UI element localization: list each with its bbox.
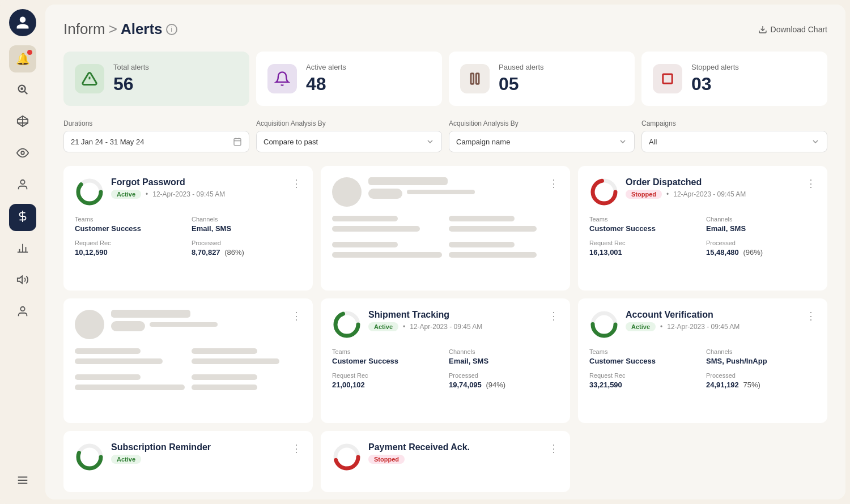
avatar[interactable] bbox=[9, 9, 36, 36]
filter-duration-input[interactable]: 21 Jan 24 - 31 May 24 bbox=[63, 131, 249, 152]
field-req-value: 33,21,590 bbox=[589, 381, 699, 389]
skeleton-circle bbox=[75, 310, 104, 339]
svg-point-2 bbox=[20, 87, 23, 90]
field-teams-label: Teams bbox=[589, 216, 699, 223]
field-teams: Teams Customer Success bbox=[75, 216, 185, 233]
card-title-info: Payment Received Ack. Stopped bbox=[368, 442, 470, 464]
card-title-area: Shipment Tracking Active • 12-Apr-2023 -… bbox=[332, 310, 482, 339]
alert-title: Order Dispatched bbox=[626, 177, 746, 187]
menu-icon bbox=[16, 474, 29, 489]
alert-donut bbox=[332, 442, 362, 472]
field-proc-value: 15,48,480 (96%) bbox=[706, 248, 816, 257]
card-title-area: Account Verification Active • 12-Apr-202… bbox=[589, 310, 740, 339]
svg-rect-25 bbox=[234, 139, 241, 146]
sidebar-item-profile[interactable] bbox=[9, 299, 36, 326]
field-channels-label: Channels bbox=[192, 216, 301, 223]
filter-acquisition2: Acquisition Analysis By Campaign name bbox=[449, 119, 635, 152]
stat-stopped-value: 03 bbox=[691, 74, 739, 95]
more-options-button[interactable]: ⋮ bbox=[549, 310, 559, 322]
filter-acquisition2-input[interactable]: Campaign name bbox=[449, 131, 635, 152]
card-title-info: Subscription Reminder Active bbox=[111, 442, 211, 464]
alert-title: Payment Received Ack. bbox=[368, 442, 470, 452]
field-channels: Channels SMS, Push/InApp bbox=[706, 348, 816, 365]
download-chart-button[interactable]: Download Chart bbox=[758, 25, 827, 34]
profile-icon bbox=[16, 305, 29, 321]
sidebar-item-menu[interactable] bbox=[9, 468, 36, 495]
alert-card-order-dispatched: Order Dispatched Stopped • 12-Apr-2023 -… bbox=[578, 166, 827, 291]
svg-point-8 bbox=[20, 180, 24, 183]
sidebar-item-alerts[interactable]: 🔔 bbox=[9, 45, 36, 72]
stat-paused-label: Paused alerts bbox=[499, 63, 544, 71]
sidebar: 🔔 bbox=[0, 0, 45, 504]
field-processed: Processed 8,70,827 (86%) bbox=[192, 240, 301, 257]
alert-fields: Teams Customer Success Channels Email, S… bbox=[75, 216, 301, 257]
sidebar-item-charts[interactable] bbox=[9, 236, 36, 263]
sk-line bbox=[332, 216, 398, 221]
filter-campaigns-input[interactable]: All bbox=[641, 131, 827, 152]
filter-acquisition1-value: Compare to past bbox=[264, 138, 318, 146]
alert-card-subscription-reminder: Subscription Reminder Active ⋮ bbox=[63, 431, 313, 492]
sk-line bbox=[75, 385, 185, 390]
bell-icon: 🔔 bbox=[16, 52, 30, 66]
dot-separator: • bbox=[666, 190, 669, 198]
more-options-button[interactable]: ⋮ bbox=[806, 310, 816, 322]
status-badge: Active bbox=[368, 322, 398, 331]
field-channels-value: Email, SMS bbox=[192, 224, 301, 233]
sidebar-item-reports[interactable] bbox=[9, 204, 36, 231]
field-req: Request Rec 10,12,590 bbox=[75, 240, 185, 257]
more-options-button[interactable]: ⋮ bbox=[291, 442, 301, 455]
more-options-button[interactable]: ⋮ bbox=[806, 177, 816, 190]
alert-donut bbox=[589, 177, 619, 207]
alert-card-skeleton-1: ⋮ bbox=[321, 166, 570, 291]
alert-meta: Active • 12-Apr-2023 - 09:45 AM bbox=[626, 322, 740, 331]
sidebar-item-search[interactable] bbox=[9, 77, 36, 104]
stat-stopped-info: Stopped alerts 03 bbox=[691, 63, 739, 95]
filter-acquisition1-label: Acquisition Analysis By bbox=[256, 119, 442, 127]
page-title: Alerts bbox=[121, 20, 163, 38]
card-title-area: Forgot Password Active • 12-Apr-2023 - 0… bbox=[75, 177, 225, 207]
alert-donut bbox=[332, 310, 362, 339]
svg-line-1 bbox=[24, 91, 27, 94]
stat-stopped-label: Stopped alerts bbox=[691, 63, 739, 71]
svg-rect-22 bbox=[471, 74, 474, 84]
sk-line bbox=[192, 374, 257, 380]
dot-separator: • bbox=[660, 323, 662, 331]
sidebar-item-nodes[interactable] bbox=[9, 109, 36, 136]
field-channels: Channels Email, SMS bbox=[449, 348, 559, 365]
sidebar-item-monitor[interactable] bbox=[9, 140, 36, 168]
sidebar-item-speaker[interactable] bbox=[9, 267, 36, 294]
card-header: Subscription Reminder Active ⋮ bbox=[75, 442, 301, 472]
alert-date: 12-Apr-2023 - 09:45 AM bbox=[152, 190, 225, 198]
field-req: Request Rec 33,21,590 bbox=[589, 372, 699, 389]
alert-date: 12-Apr-2023 - 09:45 AM bbox=[667, 323, 740, 331]
svg-marker-14 bbox=[18, 276, 22, 283]
field-teams-value: Customer Success bbox=[589, 224, 699, 233]
filter-acquisition1-input[interactable]: Compare to past bbox=[256, 131, 442, 152]
skeleton-badge bbox=[368, 189, 402, 199]
field-proc-value: 24,91,192 75%) bbox=[706, 381, 816, 389]
eye-icon bbox=[16, 147, 29, 162]
stat-paused-value: 05 bbox=[499, 74, 544, 95]
alert-meta: Active bbox=[111, 455, 211, 464]
alert-fields: Teams Customer Success Channels SMS, Pus… bbox=[589, 348, 816, 389]
alert-title: Forgot Password bbox=[111, 177, 225, 187]
more-options-button[interactable]: ⋮ bbox=[291, 177, 301, 190]
alert-meta: Active • 12-Apr-2023 - 09:45 AM bbox=[368, 322, 482, 331]
stat-total-info: Total alerts 56 bbox=[113, 63, 149, 95]
info-icon[interactable]: i bbox=[166, 24, 177, 35]
alert-donut bbox=[589, 310, 619, 339]
active-alert-icon bbox=[267, 64, 297, 93]
skeleton-circle bbox=[332, 177, 362, 207]
more-options-button[interactable]: ⋮ bbox=[549, 442, 559, 455]
field-teams: Teams Customer Success bbox=[589, 348, 699, 365]
field-teams-value: Customer Success bbox=[589, 357, 699, 365]
breadcrumb: Inform > Alerts i bbox=[63, 20, 177, 38]
card-title-area bbox=[75, 310, 218, 339]
field-channels: Channels Email, SMS bbox=[706, 216, 816, 233]
status-badge: Active bbox=[111, 455, 141, 464]
more-options-button[interactable]: ⋮ bbox=[549, 177, 559, 190]
sk-line bbox=[75, 374, 141, 380]
more-options-button[interactable]: ⋮ bbox=[291, 310, 301, 322]
sidebar-item-user[interactable] bbox=[9, 172, 36, 199]
alert-card-skeleton-2: ⋮ bbox=[63, 298, 313, 423]
